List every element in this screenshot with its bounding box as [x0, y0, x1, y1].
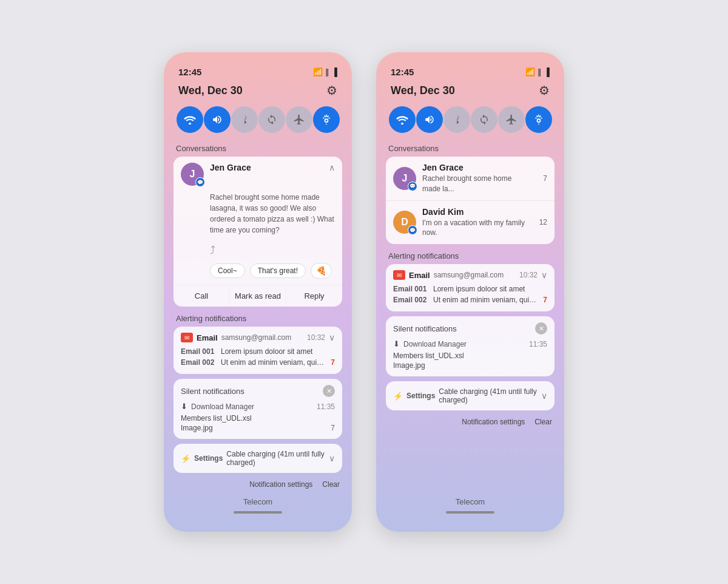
- toggle-flashlight-right[interactable]: [525, 106, 552, 133]
- silent-header-right: Silent notifications ✕: [393, 322, 547, 334]
- download-source-right: Download Manager: [403, 340, 467, 348]
- silent-title-right: Silent notifications: [393, 324, 457, 333]
- home-bar-left: [234, 511, 282, 514]
- alert-card-right: ✉ Email samsung@gmail.com 10:32 ∨ Email …: [386, 264, 554, 311]
- david-kim-message-right: I'm on a vacation with my family now.: [422, 218, 531, 239]
- toggle-sync-left[interactable]: [258, 106, 285, 133]
- jen-grace-content-right: Jen Grace Rachel brought some home made …: [422, 163, 531, 194]
- bottom-actions-left: Notification settings Clear: [174, 478, 342, 492]
- email-subject-002-left: Ut enim ad minim veniam, quis n...: [221, 358, 327, 367]
- alert-source-left: Email: [197, 333, 218, 342]
- alert-time-right: 10:32: [519, 271, 538, 279]
- alert-header-left: ✉ Email samsung@gmail.com 10:32 ∨: [181, 333, 335, 342]
- call-button-left[interactable]: Call: [174, 285, 229, 307]
- download-time-right: 11:35: [529, 340, 547, 348]
- reply-emoji-left[interactable]: 🍕: [311, 263, 332, 279]
- settings-expand-left[interactable]: ∨: [329, 453, 335, 463]
- alert-email-right: samsung@gmail.com: [434, 271, 516, 279]
- settings-icon-right: ⚡: [393, 392, 403, 401]
- settings-text-right: Cable charging (41m until fully charged): [439, 387, 538, 404]
- conversations-label-right: Conversations: [386, 141, 554, 157]
- battery-status-icon: ▐: [332, 67, 337, 76]
- forward-icon-left[interactable]: ⤴: [210, 244, 215, 257]
- jen-grace-name-left: Jen Grace: [210, 163, 323, 172]
- email-icon-left: ✉: [181, 333, 193, 342]
- header-right: Wed, Dec 30 ⚙: [386, 82, 554, 104]
- silent-header-left: Silent notifications ✕: [181, 385, 335, 397]
- expand-icon-left[interactable]: ∧: [329, 163, 335, 172]
- phones-container: 12:45 📶 ‖ ▐ Wed, Dec 30 ⚙: [140, 28, 588, 556]
- time-right: 12:45: [391, 67, 414, 77]
- jen-grace-name-right: Jen Grace: [422, 163, 531, 172]
- toggle-airplane-left[interactable]: [286, 106, 312, 133]
- alert-source-right: Email: [409, 271, 430, 280]
- file-name-2-right: Image.jpg: [393, 361, 547, 370]
- jen-grace-card-left: J 💬 Jen Grace ∧ Rachel brought some home…: [174, 157, 342, 307]
- phone-right: 12:45 📶 ‖ ▐ Wed, Dec 30 ⚙: [376, 52, 564, 532]
- jen-grace-header-left[interactable]: J 💬 Jen Grace ∧: [174, 157, 342, 192]
- toggle-airplane-right[interactable]: [498, 106, 525, 133]
- signal-status-icon: ‖: [325, 67, 329, 76]
- silent-section-right: Silent notifications ✕ ⬇ Download Manage…: [386, 316, 554, 376]
- david-kim-avatar-right: D 💬: [393, 211, 416, 234]
- email-row-001-right: Email 001 Lorem ipsum doloor sit amet: [393, 284, 547, 294]
- date-right: Wed, Dec 30: [391, 84, 455, 97]
- email-num-001-left: Email 001: [181, 347, 217, 356]
- notification-settings-link-left[interactable]: Notification settings: [249, 480, 312, 489]
- mark-as-read-button-left[interactable]: Mark as read: [229, 285, 286, 307]
- toggle-wifi-right[interactable]: [389, 106, 416, 133]
- file-count-2-left: 7: [331, 424, 335, 432]
- settings-row-left: ⚡ Settings Cable charging (41m until ful…: [174, 444, 342, 473]
- email-num-001-right: Email 001: [393, 285, 430, 293]
- email-row-001-left: Email 001 Lorem ipsum doloor sit amet: [181, 346, 335, 357]
- email-row-002-left: Email 002 Ut enim ad minim veniam, quis …: [181, 357, 335, 368]
- time-left: 12:45: [178, 67, 201, 77]
- toggle-sound-left[interactable]: [204, 106, 231, 133]
- settings-icon-left: ⚡: [181, 454, 190, 463]
- notification-settings-link-right[interactable]: Notification settings: [462, 418, 525, 426]
- file-name-2-left: Image.jpg: [181, 424, 331, 432]
- david-kim-row-right[interactable]: D 💬 David Kim I'm on a vacation with my …: [386, 200, 554, 245]
- reply-button-left[interactable]: Reply: [286, 285, 342, 307]
- alert-time-left: 10:32: [307, 333, 325, 342]
- silent-close-left[interactable]: ✕: [323, 385, 335, 397]
- alerting-label-right: Alerting notifications: [386, 249, 554, 264]
- gear-icon-right[interactable]: ⚙: [539, 83, 550, 98]
- clear-link-left[interactable]: Clear: [322, 480, 340, 489]
- toggle-wifi-left[interactable]: [177, 106, 203, 133]
- email-subject-002-right: Ut enim ad minim veniam, quis n...: [433, 296, 539, 304]
- wifi-status-icon: 📶: [313, 67, 323, 76]
- gear-icon-left[interactable]: ⚙: [326, 83, 337, 98]
- reply-chip-great-left[interactable]: That's great!: [250, 263, 306, 278]
- telecom-right: Telecom: [386, 492, 554, 506]
- david-kim-count-right: 12: [538, 218, 547, 226]
- download-row-right: ⬇ Download Manager 11:35: [393, 339, 547, 348]
- action-buttons-left: Call Mark as read Reply: [174, 285, 342, 307]
- david-kim-content-right: David Kim I'm on a vacation with my fami…: [422, 207, 531, 239]
- reply-options-left: Cool~ That's great! 🍕: [174, 259, 342, 282]
- silent-close-right[interactable]: ✕: [535, 322, 547, 334]
- toggle-sync-right[interactable]: [471, 106, 497, 133]
- toggle-sound-right[interactable]: [416, 106, 443, 133]
- jen-grace-badge-right: 💬: [408, 182, 417, 191]
- settings-expand-right[interactable]: ∨: [541, 391, 547, 401]
- settings-label-right: Settings: [406, 392, 435, 400]
- reply-chip-cool-left[interactable]: Cool~: [210, 263, 245, 278]
- file-row-2-right: Image.jpg: [393, 361, 547, 370]
- status-icons-right: 📶 ‖ ▐: [525, 67, 550, 76]
- settings-text-left: Cable charging (41m until fully charged): [226, 450, 325, 467]
- jen-grace-row-right[interactable]: J 💬 Jen Grace Rachel brought some home m…: [386, 157, 554, 200]
- alert-header-right: ✉ Email samsung@gmail.com 10:32 ∨: [393, 270, 547, 280]
- alert-expand-left[interactable]: ∨: [329, 333, 335, 342]
- alert-card-left: ✉ Email samsung@gmail.com 10:32 ∨ Email …: [174, 327, 342, 374]
- file-row-1-right: Members list_UDL.xsl: [393, 351, 547, 361]
- alert-expand-right[interactable]: ∨: [541, 270, 547, 280]
- toggle-bluetooth-right[interactable]: [443, 106, 470, 133]
- clear-link-right[interactable]: Clear: [534, 418, 552, 426]
- toggle-flashlight-left[interactable]: [313, 106, 340, 133]
- jen-grace-badge-left: 💬: [195, 177, 205, 187]
- file-row-2-left: Image.jpg 7: [181, 423, 335, 433]
- email-subject-001-left: Lorem ipsum doloor sit amet: [221, 347, 335, 356]
- toggle-bluetooth-left[interactable]: [231, 106, 258, 133]
- signal-status-icon-right: ‖: [538, 67, 542, 76]
